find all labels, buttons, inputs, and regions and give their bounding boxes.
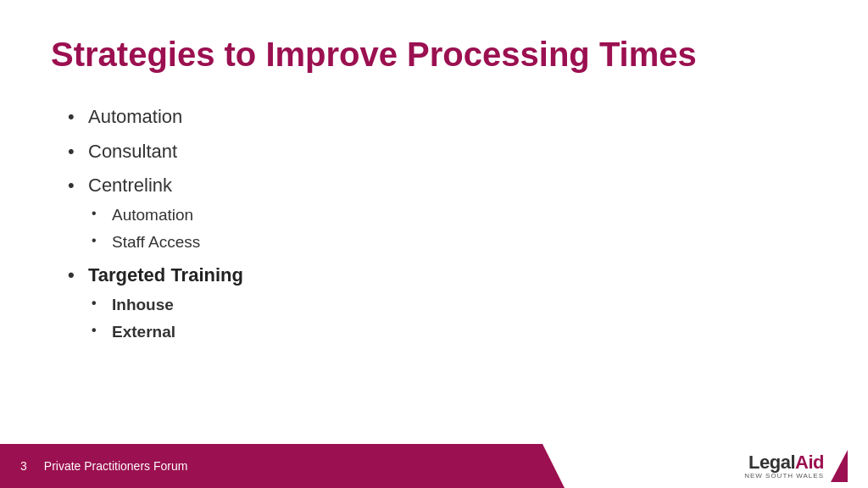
- main-bullet-list: Automation Consultant Centrelink Automat…: [68, 105, 817, 343]
- sub-bullet-staff-access: Staff Access: [88, 232, 817, 253]
- logo-legal-text: Legal: [748, 453, 795, 472]
- centrelink-sub-list: Automation Staff Access: [88, 205, 817, 253]
- slide-container: Strategies to Improve Processing Times A…: [0, 0, 868, 488]
- footer-left-panel: 3 Private Practitioners Forum: [0, 444, 542, 488]
- page-number: 3: [20, 459, 27, 473]
- bullet-automation: Automation: [68, 105, 817, 130]
- sub-bullet-external: External: [88, 322, 817, 343]
- bullet-targeted-training: Targeted Training Inhouse External: [68, 263, 817, 343]
- bullet-consultant: Consultant: [68, 140, 817, 164]
- sub-bullet-inhouse: Inhouse: [88, 295, 817, 316]
- legal-aid-logo: Legal Aid NEW SOUTH WALES: [744, 450, 848, 482]
- logo-text: Legal Aid NEW SOUTH WALES: [744, 453, 824, 480]
- logo-triangle-icon: [831, 450, 848, 482]
- logo-nsw-text: NEW SOUTH WALES: [744, 473, 824, 480]
- footer-right-panel: Legal Aid NEW SOUTH WALES: [542, 444, 868, 488]
- slide-title: Strategies to Improve Processing Times: [51, 34, 817, 75]
- bullet-centrelink: Centrelink Automation Staff Access: [68, 174, 817, 253]
- footer: 3 Private Practitioners Forum Legal Aid …: [0, 444, 868, 488]
- footer-forum-name: Private Practitioners Forum: [44, 459, 188, 473]
- logo-aid-text: Aid: [795, 453, 824, 472]
- sub-bullet-centrelink-automation: Automation: [88, 205, 817, 226]
- content-area: Automation Consultant Centrelink Automat…: [51, 105, 817, 343]
- logo-row: Legal Aid: [748, 453, 824, 472]
- training-sub-list: Inhouse External: [88, 295, 817, 343]
